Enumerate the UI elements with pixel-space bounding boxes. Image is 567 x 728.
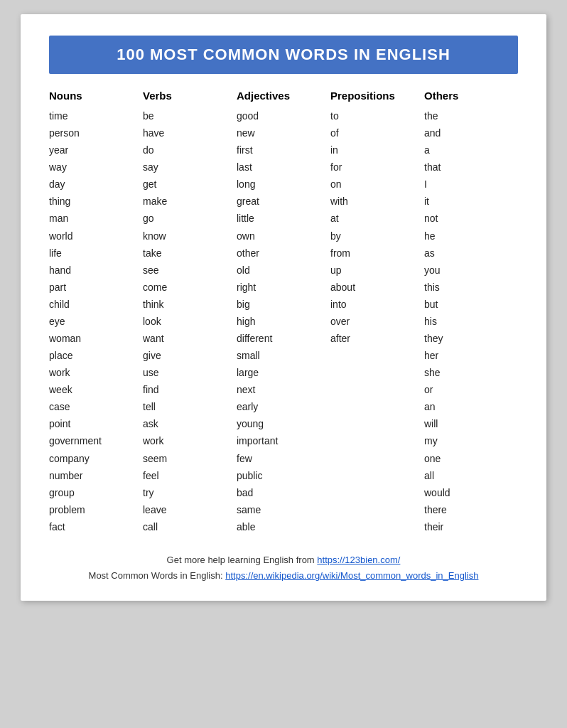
columns-container: Nounstimepersonyearwaydaythingmanworldli… (49, 90, 518, 535)
list-item: own (237, 228, 330, 245)
list-item: bad (237, 484, 330, 501)
footer-link2[interactable]: https://en.wikipedia.org/wiki/Most_commo… (225, 570, 478, 581)
list-item: it (424, 193, 518, 210)
list-item: give (143, 347, 237, 364)
list-item: next (237, 381, 330, 398)
list-item: this (424, 279, 518, 296)
footer-line1: Get more help learning English from http… (49, 552, 518, 568)
list-item: call (143, 518, 237, 535)
list-item: see (143, 262, 237, 279)
list-item: after (330, 330, 424, 347)
list-item: think (143, 296, 237, 313)
list-item: over (330, 313, 424, 330)
list-item: into (330, 296, 424, 313)
list-item: but (424, 296, 518, 313)
page: 100 MOST COMMON WORDS IN ENGLISH Nounsti… (21, 14, 546, 601)
list-item: place (49, 347, 143, 364)
list-item: part (49, 279, 143, 296)
column-nouns: Nounstimepersonyearwaydaythingmanworldli… (49, 90, 143, 535)
list-item: at (330, 210, 424, 227)
list-item: little (237, 210, 330, 227)
list-item: week (49, 381, 143, 398)
list-item: get (143, 176, 237, 193)
list-item: about (330, 279, 424, 296)
list-item: go (143, 210, 237, 227)
list-item: have (143, 124, 237, 141)
list-item: and (424, 124, 518, 141)
list-item: eye (49, 313, 143, 330)
column-verbs: Verbsbehavedosaygetmakegoknowtakeseecome… (143, 90, 237, 535)
footer-link1[interactable]: https://123bien.com/ (317, 555, 400, 565)
list-item: use (143, 364, 237, 381)
list-item: time (49, 107, 143, 124)
list-item: able (237, 518, 330, 535)
list-item: child (49, 296, 143, 313)
list-item: few (237, 450, 330, 467)
list-item: good (237, 107, 330, 124)
list-item: long (237, 176, 330, 193)
list-item: leave (143, 501, 237, 518)
header-title: 100 MOST COMMON WORDS IN ENGLISH (117, 46, 450, 63)
list-item: different (237, 330, 330, 347)
list-item: come (143, 279, 237, 296)
list-item: company (49, 450, 143, 467)
column-header-adjectives: Adjectives (237, 90, 330, 102)
list-item: new (237, 124, 330, 141)
list-item: as (424, 245, 518, 262)
list-item: right (237, 279, 330, 296)
list-item: one (424, 450, 518, 467)
list-item: fact (49, 518, 143, 535)
list-item: way (49, 159, 143, 176)
list-item: great (237, 193, 330, 210)
list-item: other (237, 245, 330, 262)
list-item: work (49, 364, 143, 381)
column-header-prepositions: Prepositions (330, 90, 424, 102)
list-item: take (143, 245, 237, 262)
list-item: first (237, 141, 330, 159)
column-prepositions: Prepositionstoofinforonwithatbyfromupabo… (330, 90, 424, 535)
list-item: world (49, 228, 143, 245)
list-item: with (330, 193, 424, 210)
list-item: they (424, 330, 518, 347)
list-item: would (424, 484, 518, 501)
list-item: that (424, 159, 518, 176)
list-item: her (424, 347, 518, 364)
list-item: she (424, 364, 518, 381)
list-item: tell (143, 398, 237, 415)
list-item: young (237, 415, 330, 432)
list-item: make (143, 193, 237, 210)
footer-line2: Most Common Words in English: https://en… (49, 568, 518, 584)
list-item: from (330, 245, 424, 262)
list-item: find (143, 381, 237, 398)
list-item: work (143, 432, 237, 449)
list-item: high (237, 313, 330, 330)
list-item: person (49, 124, 143, 141)
list-item: say (143, 159, 237, 176)
column-header-others: Others (424, 90, 518, 102)
list-item: know (143, 228, 237, 245)
list-item: ask (143, 415, 237, 432)
list-item: not (424, 210, 518, 227)
list-item: same (237, 501, 330, 518)
list-item: early (237, 398, 330, 415)
list-item: by (330, 228, 424, 245)
list-item: try (143, 484, 237, 501)
header-banner: 100 MOST COMMON WORDS IN ENGLISH (49, 36, 518, 74)
list-item: on (330, 176, 424, 193)
list-item: an (424, 398, 518, 415)
footer: Get more help learning English from http… (49, 552, 518, 584)
list-item: group (49, 484, 143, 501)
list-item: important (237, 432, 330, 449)
list-item: of (330, 124, 424, 141)
list-item: big (237, 296, 330, 313)
list-item: hand (49, 262, 143, 279)
list-item: life (49, 245, 143, 262)
list-item: the (424, 107, 518, 124)
list-item: last (237, 159, 330, 176)
list-item: large (237, 364, 330, 381)
list-item: day (49, 176, 143, 193)
list-item: point (49, 415, 143, 432)
list-item: woman (49, 330, 143, 347)
list-item: look (143, 313, 237, 330)
list-item: to (330, 107, 424, 124)
